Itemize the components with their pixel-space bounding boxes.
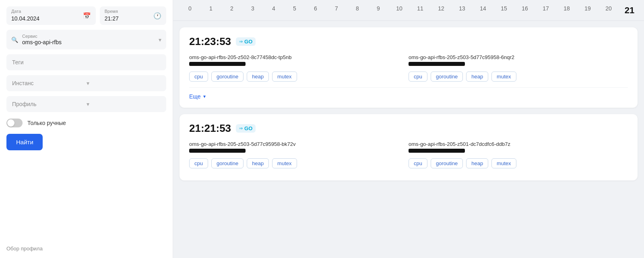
timeline-number-20: 20: [598, 5, 619, 16]
main-content: 01234567891011121314151617181920212 21:2…: [173, 0, 644, 258]
tag-goroutine[interactable]: goroutine: [431, 158, 463, 168]
tag-goroutine[interactable]: goroutine: [431, 72, 463, 82]
tag-mutex[interactable]: mutex: [272, 72, 297, 82]
tag-cpu[interactable]: cpu: [409, 158, 427, 168]
timeline-number-16: 16: [514, 5, 535, 16]
sidebar: Дата 10.04.2024 📅 Время 21:27 🕐 🔍 Сервис…: [0, 0, 173, 258]
manual-toggle[interactable]: [6, 119, 23, 127]
tags-label: Теги: [12, 59, 161, 66]
profile-dropdown[interactable]: Профиль ▾: [6, 96, 166, 112]
time-value: 21:27: [105, 15, 119, 22]
more-button[interactable]: Еще ▾: [189, 93, 206, 100]
timeline-number-3: 3: [242, 5, 263, 16]
chevron-down-icon: ▾: [87, 101, 161, 107]
chevron-down-icon: ▾: [159, 37, 161, 43]
instance-name: oms-go-api-rfbs-205-z502-8c77458dc-tp5nb: [189, 54, 409, 60]
tag-heap[interactable]: heap: [247, 72, 269, 82]
profile-label: Профиль: [12, 101, 87, 107]
go-logo: GO: [244, 39, 252, 45]
date-field[interactable]: Дата 10.04.2024 📅: [6, 6, 96, 25]
find-button[interactable]: Найти: [6, 134, 43, 150]
timeline-header: 01234567891011121314151617181920212: [173, 0, 644, 21]
chevron-down-icon: ▾: [87, 80, 161, 86]
time-field[interactable]: Время 21:27 🕐: [100, 6, 166, 25]
timeline-number-4: 4: [263, 5, 284, 16]
service-label: Сервис: [22, 34, 155, 39]
tag-goroutine[interactable]: goroutine: [211, 72, 244, 82]
card-header: 21:23:53⇒GO: [189, 35, 628, 48]
timeline-number-15: 15: [493, 5, 514, 16]
redacted-bar: [409, 62, 465, 66]
go-arrow-icon: ⇒: [239, 39, 243, 44]
timeline-number-11: 11: [410, 5, 431, 16]
service-field[interactable]: 🔍 Сервис oms-go-api-rfbs ▾: [6, 30, 166, 49]
redacted-bar: [409, 149, 465, 153]
tag-heap[interactable]: heap: [466, 158, 488, 168]
timeline-number-12: 12: [431, 5, 452, 16]
timeline-number-17: 17: [535, 5, 556, 16]
timeline-number-6: 6: [305, 5, 326, 16]
calendar-icon: 📅: [83, 12, 91, 20]
timeline-number-2: 2: [640, 5, 644, 16]
timeline-number-18: 18: [556, 5, 577, 16]
instance-col-1: oms-go-api-rfbs-205-z503-5d77c95958-6nqr…: [409, 54, 628, 82]
instances-row: oms-go-api-rfbs-205-z502-8c77458dc-tp5nb…: [189, 54, 628, 82]
instance-col-1: oms-go-api-rfbs-205-z501-dc7dcdfc6-ddb7z…: [409, 141, 628, 168]
tag-cpu[interactable]: cpu: [189, 158, 208, 168]
timeline-number-21: 21: [619, 5, 640, 16]
timeline-number-19: 19: [577, 5, 598, 16]
timeline-number-0: 0: [180, 5, 200, 16]
instance-name: oms-go-api-rfbs-205-z503-5d77c95958-6nqr…: [409, 54, 628, 60]
tags-row: cpugoroutineheapmutex: [409, 158, 628, 168]
tag-mutex[interactable]: mutex: [491, 72, 516, 82]
toggle-knob: [7, 119, 14, 127]
time-label: Время: [105, 9, 118, 14]
search-icon: 🔍: [11, 37, 18, 43]
timeline-number-10: 10: [389, 5, 410, 16]
instance-dropdown[interactable]: Инстанс ▾: [6, 75, 166, 91]
card-divider: [189, 87, 628, 88]
service-value: oms-go-api-rfbs: [22, 39, 155, 45]
tag-goroutine[interactable]: goroutine: [211, 158, 244, 168]
profile-card-1: 21:21:53⇒GOoms-go-api-rfbs-205-z503-5d77…: [180, 114, 638, 180]
timeline-numbers: 01234567891011121314151617181920212: [180, 5, 644, 16]
instances-row: oms-go-api-rfbs-205-z503-5d77c95958-bk72…: [189, 141, 628, 168]
timeline-number-5: 5: [284, 5, 305, 16]
tags-row: cpugoroutineheapmutex: [189, 72, 409, 82]
tags-dropdown[interactable]: Теги: [6, 54, 166, 70]
timeline-number-8: 8: [347, 5, 368, 16]
tags-row: cpugoroutineheapmutex: [189, 158, 409, 168]
timeline-number-13: 13: [452, 5, 473, 16]
profile-card-0: 21:23:53⇒GOoms-go-api-rfbs-205-z502-8c77…: [180, 27, 638, 108]
card-header: 21:21:53⇒GO: [189, 122, 628, 135]
clock-icon: 🕐: [153, 12, 161, 20]
go-arrow-icon: ⇒: [239, 126, 243, 131]
content-area: 21:23:53⇒GOoms-go-api-rfbs-205-z502-8c77…: [173, 21, 644, 258]
instance-name: oms-go-api-rfbs-205-z501-dc7dcdfc6-ddb7z: [409, 141, 628, 147]
instance-label: Инстанс: [12, 80, 87, 86]
tag-mutex[interactable]: mutex: [272, 158, 297, 168]
tag-cpu[interactable]: cpu: [409, 72, 427, 82]
tag-heap[interactable]: heap: [466, 72, 488, 82]
go-logo: GO: [244, 125, 252, 131]
overview-label: Обор профила: [6, 242, 166, 252]
go-badge: ⇒GO: [236, 37, 256, 46]
instance-col-0: oms-go-api-rfbs-205-z502-8c77458dc-tp5nb…: [189, 54, 409, 82]
timeline-number-7: 7: [326, 5, 347, 16]
manual-label: Только ручные: [27, 120, 66, 126]
tag-cpu[interactable]: cpu: [189, 72, 208, 82]
tags-row: cpugoroutineheapmutex: [409, 72, 628, 82]
tag-mutex[interactable]: mutex: [491, 158, 516, 168]
go-badge: ⇒GO: [236, 124, 256, 133]
timeline-number-9: 9: [368, 5, 389, 16]
date-time-row: Дата 10.04.2024 📅 Время 21:27 🕐: [6, 6, 166, 25]
card-time: 21:23:53: [189, 35, 231, 48]
date-value: 10.04.2024: [11, 15, 39, 22]
redacted-bar: [189, 62, 246, 66]
chevron-down-icon: ▾: [203, 94, 206, 99]
card-time: 21:21:53: [189, 122, 231, 135]
instance-col-0: oms-go-api-rfbs-205-z503-5d77c95958-bk72…: [189, 141, 409, 168]
more-label: Еще: [189, 93, 201, 100]
date-label: Дата: [11, 9, 21, 14]
tag-heap[interactable]: heap: [247, 158, 269, 168]
